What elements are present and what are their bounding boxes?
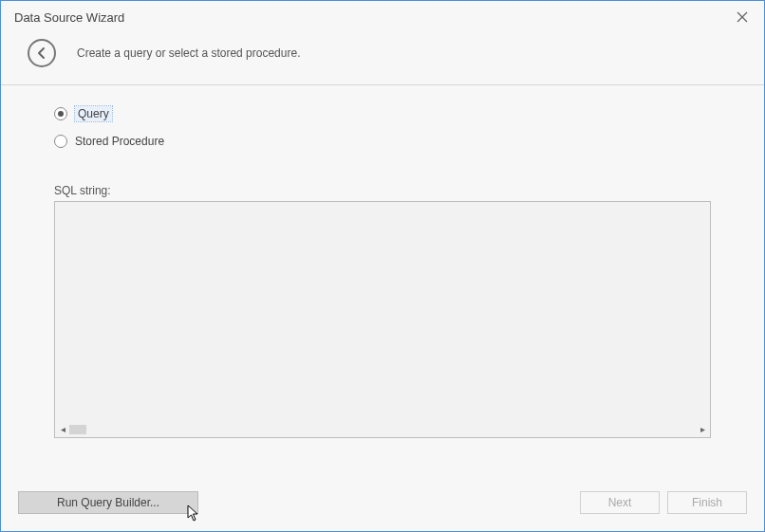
run-query-builder-button[interactable]: Run Query Builder... [18,491,198,514]
stored-procedure-radio[interactable] [54,135,67,148]
scroll-right-icon[interactable]: ▸ [698,424,707,434]
titlebar: Data Source Wizard [1,1,764,31]
back-button[interactable] [28,39,56,67]
window-title: Data Source Wizard [14,10,124,25]
scroll-left-icon[interactable]: ◂ [58,424,67,434]
close-button[interactable] [734,9,751,26]
footer: Run Query Builder... Next Finish [1,491,764,531]
sql-section: SQL string: ◂ ▸ [54,184,711,491]
horizontal-scrollbar[interactable]: ◂ ▸ [55,421,710,437]
query-radio-row[interactable]: Query [54,106,711,121]
stored-procedure-radio-label: Stored Procedure [75,135,164,148]
content-area: Query Stored Procedure SQL string: ◂ ▸ [1,85,764,491]
sql-text-area[interactable] [55,202,710,421]
horizontal-scroll-thumb[interactable] [69,425,86,434]
header-row: Create a query or select a stored proced… [1,31,764,84]
stored-procedure-radio-row[interactable]: Stored Procedure [54,135,711,148]
query-radio[interactable] [54,107,67,120]
data-source-wizard-window: Data Source Wizard Create a query or sel… [0,0,765,532]
header-instruction: Create a query or select a stored proced… [77,46,300,60]
query-radio-label: Query [75,106,112,121]
close-icon [737,11,748,23]
sql-string-input[interactable]: ◂ ▸ [54,201,711,438]
sql-string-label: SQL string: [54,184,711,197]
back-arrow-icon [35,46,48,60]
finish-button[interactable]: Finish [667,491,747,514]
next-button[interactable]: Next [580,491,660,514]
